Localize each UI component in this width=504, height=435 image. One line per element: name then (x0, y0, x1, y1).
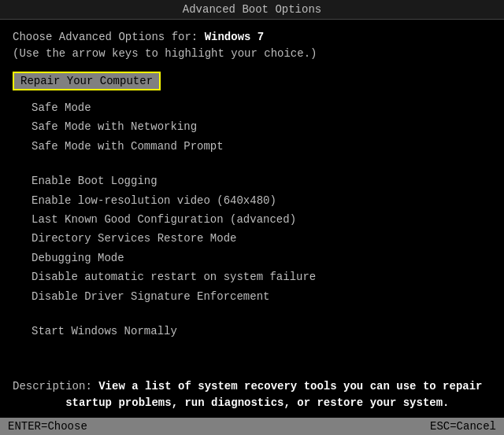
title-bar: Advanced Boot Options (0, 0, 504, 20)
menu-item-low-resolution[interactable]: Enable low-resolution video (640x480) (13, 191, 491, 210)
menu-item-disable-driver-sig[interactable]: Disable Driver Signature Enforcement (13, 287, 491, 306)
menu-item-directory-services[interactable]: Directory Services Restore Mode (13, 229, 491, 248)
description-section: Description: View a list of system recov… (13, 372, 491, 411)
intro-line1: Choose Advanced Options for: Windows 7 (13, 29, 491, 46)
menu-item-safe-mode-networking[interactable]: Safe Mode with Networking (13, 117, 491, 136)
menu-section-start-normally: Start Windows Normally (13, 322, 491, 341)
menu-item-disable-restart[interactable]: Disable automatic restart on system fail… (13, 267, 491, 286)
status-bar: ENTER=Choose ESC=Cancel (0, 418, 504, 435)
menu-section-safe-modes: Safe Mode Safe Mode with Networking Safe… (13, 98, 491, 156)
intro-prefix: Choose Advanced Options for: (13, 31, 205, 43)
menu-item-boot-logging[interactable]: Enable Boot Logging (13, 171, 491, 190)
menu-item-last-known-good[interactable]: Last Known Good Configuration (advanced) (13, 210, 491, 229)
intro-text: Choose Advanced Options for: Windows 7 (… (13, 29, 491, 62)
menu-section-advanced: Enable Boot Logging Enable low-resolutio… (13, 171, 491, 306)
main-content: Choose Advanced Options for: Windows 7 (… (0, 20, 504, 418)
menu-item-safe-mode[interactable]: Safe Mode (13, 98, 491, 117)
intro-line2: (Use the arrow keys to highlight your ch… (13, 46, 491, 62)
description-label: Description: (13, 380, 98, 393)
repair-computer-option[interactable]: Repair Your Computer (13, 72, 161, 90)
status-esc: ESC=Cancel (430, 420, 496, 433)
status-enter: ENTER=Choose (8, 420, 87, 433)
menu-item-start-normally[interactable]: Start Windows Normally (13, 322, 491, 341)
title-label: Advanced Boot Options (183, 3, 321, 16)
menu-item-safe-mode-cmd[interactable]: Safe Mode with Command Prompt (13, 137, 491, 156)
os-name: Windows 7 (205, 31, 265, 43)
menu-item-debugging[interactable]: Debugging Mode (13, 249, 491, 267)
